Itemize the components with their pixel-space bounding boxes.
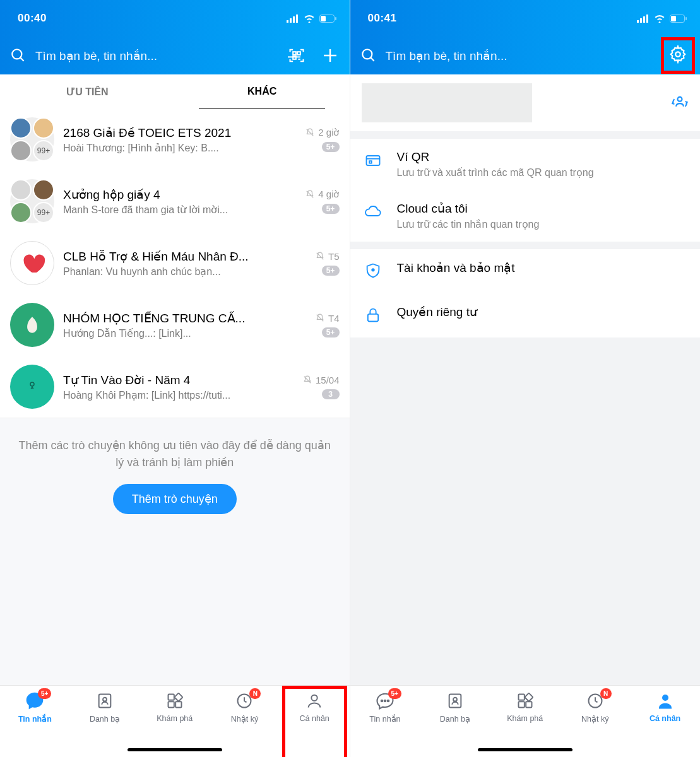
svg-point-32 — [362, 49, 372, 59]
tab-priority[interactable]: ƯU TIÊN — [0, 74, 175, 109]
svg-rect-48 — [526, 701, 531, 707]
nav-diary[interactable]: N Nhật ký — [560, 691, 630, 757]
nav-label: Khám phá — [157, 714, 193, 723]
menu-privacy[interactable]: Quyền riêng tư — [350, 293, 701, 337]
chat-time: T4 — [328, 313, 340, 324]
highlight-annotation — [661, 37, 695, 74]
chat-badge: 3 — [322, 389, 340, 399]
chat-badge: 5+ — [322, 142, 340, 152]
signal-icon — [637, 15, 650, 23]
profile-header[interactable] — [350, 74, 701, 131]
bottom-nav: 5+ Tin nhắn Danh bạ Khám phá N Nhật ký — [350, 685, 701, 757]
nav-messages[interactable]: 5+ Tin nhắn — [0, 691, 70, 757]
header: Tìm bạn bè, tin nhắn... — [350, 37, 701, 74]
qr-scan-icon[interactable] — [288, 47, 306, 64]
svg-point-35 — [678, 97, 682, 102]
chat-item[interactable]: CLB Hỗ Trợ & Hiến Máu Nhân Đ... Phanlan:… — [0, 232, 350, 294]
settings-button[interactable] — [666, 42, 690, 69]
svg-rect-22 — [175, 701, 181, 707]
svg-rect-6 — [335, 17, 336, 20]
mute-icon — [316, 314, 324, 322]
chat-item[interactable]: NHÓM HỌC TIẾNG TRUNG CẤ... Hướng Dẫn Tiế… — [0, 294, 350, 356]
svg-rect-10 — [297, 52, 300, 55]
svg-rect-37 — [369, 161, 372, 163]
chat-title: Xưởng hộp giấy 4 — [63, 187, 297, 202]
nav-profile[interactable]: Cá nhân — [280, 691, 350, 757]
svg-rect-2 — [293, 16, 295, 23]
shield-icon — [364, 262, 382, 279]
home-indicator[interactable] — [128, 748, 222, 751]
promo-text: Thêm các trò chuyện không ưu tiên vào đâ… — [18, 437, 332, 471]
chat-item[interactable]: 99+ 2168 Giải Đề TOEIC ETS 2021 Hoài Thư… — [0, 109, 350, 170]
discover-icon — [166, 692, 184, 710]
wifi-icon — [654, 15, 665, 23]
search-icon[interactable] — [10, 47, 27, 64]
nav-label: Nhật ký — [581, 714, 608, 724]
switch-account-icon[interactable] — [671, 94, 689, 112]
menu-account-security[interactable]: Tài khoản và bảo mật — [350, 249, 701, 293]
nav-messages[interactable]: 5+ Tin nhắn — [350, 691, 420, 757]
mute-icon — [316, 252, 324, 261]
chat-preview: Phanlan: Vu huynh anh chúc bạn... — [63, 266, 307, 278]
nav-label: Tin nhắn — [369, 714, 400, 724]
menu-title: Ví QR — [397, 150, 687, 164]
svg-point-41 — [384, 700, 386, 702]
nav-profile[interactable]: Cá nhân — [630, 691, 700, 757]
nav-diary[interactable]: N Nhật ký — [210, 691, 280, 757]
search-input[interactable]: Tìm bạn bè, tin nhắn... — [35, 49, 279, 63]
search-input[interactable]: Tìm bạn bè, tin nhắn... — [386, 49, 658, 63]
status-icons — [287, 15, 337, 23]
status-time: 00:41 — [368, 12, 397, 25]
svg-rect-1 — [290, 18, 292, 23]
chat-preview: Manh S-tore đã tham gia từ lời mời... — [63, 204, 297, 216]
svg-point-16 — [30, 382, 34, 386]
battery-icon — [319, 15, 337, 23]
nav-badge: 5+ — [388, 688, 401, 699]
avatar-count: 99+ — [33, 140, 54, 161]
svg-rect-19 — [168, 695, 174, 700]
nav-contacts[interactable]: Danh bạ — [420, 691, 490, 757]
tabs: ƯU TIÊN KHÁC — [0, 74, 350, 109]
menu-qr-wallet[interactable]: Ví QR Lưu trữ và xuất trình các mã QR qu… — [350, 139, 701, 190]
svg-point-38 — [372, 269, 374, 271]
add-chat-button[interactable]: Thêm trò chuyện — [113, 484, 237, 514]
menu-cloud[interactable]: Cloud của tôi Lưu trữ các tin nhắn quan … — [350, 190, 701, 242]
nav-label: Nhật ký — [231, 714, 258, 724]
profile-info-placeholder — [362, 83, 532, 122]
chat-item[interactable]: 99+ Xưởng hộp giấy 4 Manh S-tore đã tham… — [0, 170, 350, 232]
svg-rect-0 — [287, 20, 288, 23]
avatar: 99+ — [10, 179, 54, 223]
nav-discover[interactable]: Khám phá — [139, 691, 210, 757]
svg-rect-30 — [671, 16, 676, 21]
svg-point-7 — [12, 49, 21, 59]
chat-time: 2 giờ — [318, 127, 339, 138]
nav-badge: N — [249, 688, 261, 699]
nav-contacts[interactable]: Danh bạ — [70, 691, 140, 757]
nav-badge: 5+ — [38, 688, 51, 699]
search-icon[interactable] — [360, 47, 377, 64]
svg-point-24 — [311, 695, 317, 701]
avatar — [10, 303, 54, 347]
chat-item[interactable]: Tự Tin Vào Đời - Năm 4 Hoàng Khôi Phạm: … — [0, 356, 350, 418]
nav-label: Danh bạ — [440, 714, 470, 724]
svg-rect-21 — [168, 701, 174, 707]
chat-time: 4 giờ — [318, 189, 339, 200]
home-indicator[interactable] — [478, 748, 572, 751]
chat-list: 99+ 2168 Giải Đề TOEIC ETS 2021 Hoài Thư… — [0, 109, 350, 418]
wifi-icon — [304, 15, 315, 23]
tab-other[interactable]: KHÁC — [175, 74, 350, 109]
bottom-nav: 5+ Tin nhắn Danh bạ Khám phá N Nhật ký — [0, 685, 350, 757]
chat-badge: 5+ — [322, 327, 340, 337]
status-time: 00:40 — [18, 12, 47, 25]
avatar — [10, 241, 54, 285]
svg-rect-47 — [518, 701, 524, 707]
contacts-icon — [96, 692, 114, 710]
chat-title: NHÓM HỌC TIẾNG TRUNG CẤ... — [63, 311, 307, 326]
mute-icon — [306, 128, 314, 137]
chat-badge: 5+ — [322, 266, 340, 276]
svg-rect-31 — [685, 17, 687, 20]
plus-icon[interactable] — [321, 46, 340, 65]
nav-discover[interactable]: Khám phá — [490, 691, 560, 757]
menu-title: Cloud của tôi — [397, 201, 687, 216]
cloud-icon — [364, 202, 382, 220]
